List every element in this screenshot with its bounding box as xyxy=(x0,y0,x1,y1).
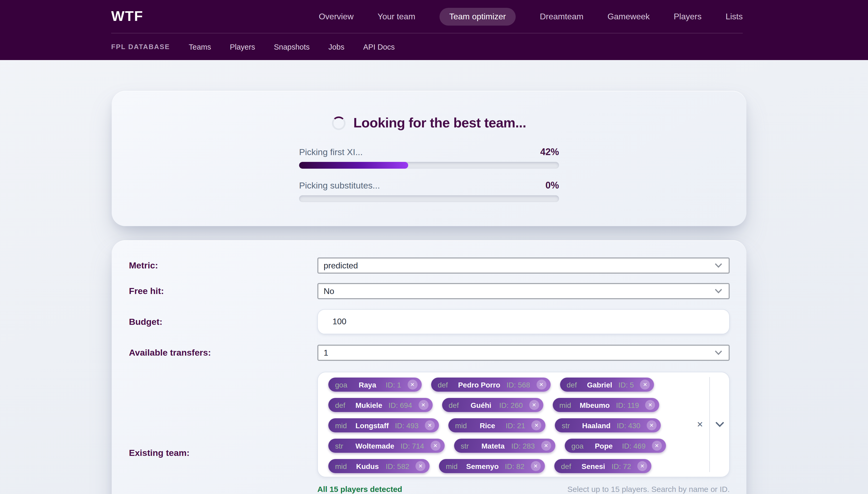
free-hit-label: Free hit: xyxy=(129,286,164,297)
selected-players-area: goaRayaID: 1✕defPedro PorroID: 568✕defGa… xyxy=(318,372,691,477)
player-id: ID: 714 xyxy=(400,441,424,450)
sub-nav: FPL DATABASE Teams Players Snapshots Job… xyxy=(111,34,743,60)
player-id: ID: 1 xyxy=(386,380,401,389)
player-position: goa xyxy=(571,441,585,450)
player-id: ID: 119 xyxy=(616,401,639,409)
nav-players[interactable]: Players xyxy=(674,12,702,21)
remove-player-icon[interactable]: ✕ xyxy=(531,461,541,471)
multiselect-indicators: ✕ xyxy=(691,372,729,477)
player-position: mid xyxy=(446,462,460,470)
remove-player-icon[interactable]: ✕ xyxy=(418,400,428,410)
player-id: ID: 568 xyxy=(507,380,530,389)
player-chip[interactable]: defGabrielID: 5✕ xyxy=(560,378,654,392)
multiselect-status-row: All 15 players detected Select up to 15 … xyxy=(317,484,730,493)
subnav-jobs[interactable]: Jobs xyxy=(328,42,344,51)
progress-bar-substitutes xyxy=(299,195,559,202)
remove-player-icon[interactable]: ✕ xyxy=(415,461,426,471)
subnav-teams[interactable]: Teams xyxy=(189,42,211,51)
chip-row: midKudusID: 582✕midSemenyoID: 82✕defSene… xyxy=(328,459,687,473)
player-position: def xyxy=(567,380,581,389)
remove-player-icon[interactable]: ✕ xyxy=(647,420,657,430)
chevron-down-icon xyxy=(714,350,723,355)
player-name: Mbeumo xyxy=(579,401,610,409)
player-chip[interactable]: midSemenyoID: 82✕ xyxy=(439,459,545,473)
player-chip[interactable]: defSenesiID: 72✕ xyxy=(554,459,652,473)
player-chip[interactable]: strWoltemadeID: 714✕ xyxy=(328,439,445,453)
player-chip[interactable]: midRiceID: 21✕ xyxy=(448,418,546,432)
player-name: Gabriel xyxy=(587,380,612,389)
available-transfers-select[interactable]: 1 xyxy=(317,345,730,361)
nav-lists[interactable]: Lists xyxy=(726,12,743,21)
player-position: def xyxy=(449,401,463,409)
player-chip[interactable]: strMatetaID: 283✕ xyxy=(454,439,555,453)
page: WTF Overview Your team Team optimizer Dr… xyxy=(0,0,868,494)
player-chip[interactable]: defPedro PorroID: 568✕ xyxy=(431,378,550,392)
progress-value: 0% xyxy=(546,180,559,191)
available-transfers-label: Available transfers: xyxy=(129,348,211,358)
nav-gameweek[interactable]: Gameweek xyxy=(608,12,650,21)
player-id: ID: 21 xyxy=(506,421,525,430)
player-chip[interactable]: midLongstaffID: 493✕ xyxy=(328,418,439,432)
nav-dreamteam[interactable]: Dreamteam xyxy=(540,12,583,21)
player-name: Pedro Porro xyxy=(458,380,500,389)
subnav-brand[interactable]: FPL DATABASE xyxy=(111,43,170,51)
player-position: def xyxy=(561,462,575,470)
player-position: mid xyxy=(335,462,349,470)
subnav-snapshots[interactable]: Snapshots xyxy=(274,42,310,51)
clear-all-icon[interactable]: ✕ xyxy=(691,420,709,429)
player-chip[interactable]: midKudusID: 582✕ xyxy=(328,459,430,473)
remove-player-icon[interactable]: ✕ xyxy=(541,441,551,451)
remove-player-icon[interactable]: ✕ xyxy=(529,400,539,410)
players-detected-status: All 15 players detected xyxy=(317,484,402,493)
player-position: str xyxy=(461,441,475,450)
budget-input[interactable] xyxy=(318,317,729,326)
player-chip[interactable]: defGuéhiID: 260✕ xyxy=(442,398,543,412)
remove-player-icon[interactable]: ✕ xyxy=(652,441,662,451)
remove-player-icon[interactable]: ✕ xyxy=(637,461,647,471)
progress-value: 42% xyxy=(540,147,559,158)
player-chip[interactable]: strHaalandID: 430✕ xyxy=(555,418,661,432)
remove-player-icon[interactable]: ✕ xyxy=(430,441,440,451)
player-name: Senesi xyxy=(581,462,606,470)
progress-card: Looking for the best team... Picking fir… xyxy=(112,91,746,226)
remove-player-icon[interactable]: ✕ xyxy=(425,420,435,430)
nav-your-team[interactable]: Your team xyxy=(378,12,415,21)
player-position: str xyxy=(335,441,349,450)
nav-team-optimizer[interactable]: Team optimizer xyxy=(439,7,516,25)
player-id: ID: 493 xyxy=(395,421,419,430)
nav-overview[interactable]: Overview xyxy=(319,12,353,21)
player-name: Guéhi xyxy=(469,401,493,409)
chevron-down-icon xyxy=(714,263,723,268)
app-logo[interactable]: WTF xyxy=(111,8,143,24)
chip-row: goaRayaID: 1✕defPedro PorroID: 568✕defGa… xyxy=(328,378,687,392)
player-id: ID: 72 xyxy=(612,462,631,470)
metric-select-value: predicted xyxy=(323,261,714,270)
remove-player-icon[interactable]: ✕ xyxy=(640,380,650,390)
progress-label: Picking first XI... xyxy=(299,147,363,157)
progress-bar-first-xi xyxy=(299,162,559,169)
free-hit-select[interactable]: No xyxy=(317,283,730,299)
remove-player-icon[interactable]: ✕ xyxy=(645,400,655,410)
player-chip[interactable]: goaRayaID: 1✕ xyxy=(328,378,421,392)
budget-label: Budget: xyxy=(129,317,162,327)
main-nav-row: WTF Overview Your team Team optimizer Dr… xyxy=(111,0,743,34)
existing-team-multiselect[interactable]: goaRayaID: 1✕defPedro PorroID: 568✕defGa… xyxy=(317,372,730,477)
player-id: ID: 5 xyxy=(618,380,634,389)
player-chip[interactable]: midMbeumoID: 119✕ xyxy=(552,398,659,412)
player-position: def xyxy=(335,401,349,409)
player-position: mid xyxy=(559,401,573,409)
player-name: Semenyo xyxy=(466,462,499,470)
metric-select[interactable]: predicted xyxy=(317,258,730,273)
chevron-down-icon[interactable] xyxy=(710,422,729,427)
chip-row: strWoltemadeID: 714✕strMatetaID: 283✕goa… xyxy=(328,439,687,453)
player-chip[interactable]: goaPopeID: 469✕ xyxy=(565,439,666,453)
remove-player-icon[interactable]: ✕ xyxy=(407,380,417,390)
subnav-api-docs[interactable]: API Docs xyxy=(363,42,395,51)
player-chip[interactable]: defMukieleID: 694✕ xyxy=(328,398,432,412)
remove-player-icon[interactable]: ✕ xyxy=(532,420,541,430)
player-position: goa xyxy=(335,380,349,389)
subnav-players[interactable]: Players xyxy=(230,42,255,51)
player-id: ID: 82 xyxy=(505,462,525,470)
progress-row: Picking substitutes... 0% xyxy=(299,180,559,191)
remove-player-icon[interactable]: ✕ xyxy=(536,380,546,390)
